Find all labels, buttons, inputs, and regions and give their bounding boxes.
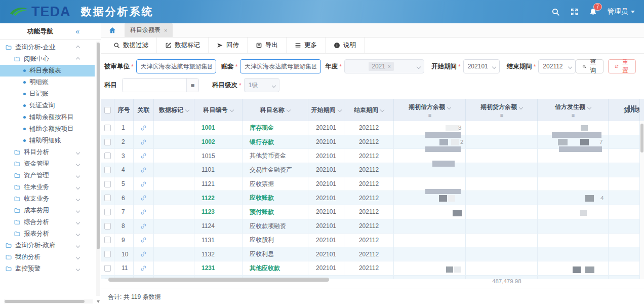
- toolbar-button-export[interactable]: 导出: [248, 37, 287, 53]
- column-header[interactable]: 借方发生额≡: [538, 99, 609, 121]
- subject-input[interactable]: ≡: [122, 78, 199, 92]
- cell-subject-code[interactable]: 1122: [194, 191, 243, 205]
- fullscreen-icon[interactable]: [570, 8, 579, 16]
- row-checkbox[interactable]: [104, 125, 111, 131]
- sidebar-item[interactable]: 监控预警: [0, 263, 95, 275]
- sort-chevron-icon[interactable]: [380, 108, 384, 112]
- row-checkbox[interactable]: [104, 152, 111, 159]
- cell-subject-code[interactable]: 1231: [194, 261, 243, 275]
- sidebar-item[interactable]: 报表分析: [0, 228, 95, 240]
- row-checkbox[interactable]: [104, 209, 111, 215]
- sort-chevron-icon[interactable]: [287, 108, 291, 112]
- sidebar-collapse-icon[interactable]: «: [75, 27, 79, 35]
- sidebar-item[interactable]: 阅账中心: [0, 53, 95, 65]
- account-book-input[interactable]: [240, 59, 321, 73]
- link-icon[interactable]: [140, 237, 147, 243]
- toolbar-button-menu[interactable]: 更多: [287, 37, 326, 53]
- subject-level-select[interactable]: 1级: [244, 78, 279, 92]
- search-button[interactable]: 查询: [576, 59, 603, 73]
- cell-subject-name[interactable]: 其他应收款: [243, 261, 308, 275]
- cell-subject-code[interactable]: 1123: [194, 205, 243, 219]
- column-header[interactable]: 科目编号: [194, 99, 243, 121]
- column-header[interactable]: 序号: [114, 99, 134, 121]
- sidebar-item[interactable]: 查询分析-企业: [0, 42, 95, 53]
- sidebar-item[interactable]: 辅助余额按项目: [0, 123, 95, 135]
- row-checkbox[interactable]: [104, 237, 111, 243]
- row-checkbox[interactable]: [104, 251, 111, 257]
- toolbar-button-edit[interactable]: 数据标记: [157, 37, 209, 53]
- column-header[interactable]: 科目名称: [243, 99, 308, 121]
- sort-chevron-icon[interactable]: [447, 105, 451, 109]
- reset-button[interactable]: 重置: [608, 59, 636, 73]
- link-icon[interactable]: [140, 125, 147, 131]
- column-header[interactable]: 数据标记: [154, 99, 194, 121]
- notification-bell-icon[interactable]: 7: [589, 8, 597, 16]
- column-header[interactable]: 结束期间: [344, 99, 394, 121]
- home-icon[interactable]: [108, 26, 116, 34]
- cell-subject-name[interactable]: 银行存款: [243, 135, 308, 149]
- row-checkbox[interactable]: [104, 223, 111, 230]
- tab-subject-balance[interactable]: 科目余额表 ×: [125, 23, 173, 37]
- column-header[interactable]: 开始期间: [308, 99, 344, 121]
- column-settings-icon[interactable]: [628, 105, 636, 112]
- tab-close-icon[interactable]: ×: [164, 27, 167, 33]
- sidebar-item[interactable]: 科目余额表: [0, 65, 95, 77]
- toolbar-button-info[interactable]: 说明: [326, 37, 365, 53]
- sidebar-item[interactable]: 综合分析: [0, 216, 95, 228]
- cell-subject-code[interactable]: 1002: [194, 135, 243, 149]
- link-icon[interactable]: [140, 181, 147, 187]
- column-header[interactable]: 期初借方余额≡: [394, 99, 466, 121]
- row-checkbox[interactable]: [104, 167, 111, 173]
- link-icon[interactable]: [140, 223, 147, 230]
- column-header[interactable]: 关联: [134, 99, 154, 121]
- column-filter-icon[interactable]: ≡: [428, 113, 431, 117]
- row-checkbox[interactable]: [104, 139, 111, 145]
- sidebar-horizontal-scrollbar[interactable]: [4, 299, 93, 303]
- link-icon[interactable]: [140, 209, 147, 215]
- sidebar-scroll-down-arrow[interactable]: [97, 300, 100, 303]
- column-filter-icon[interactable]: ≡: [572, 113, 574, 117]
- table-vertical-scrollbar[interactable]: [640, 124, 643, 152]
- link-icon[interactable]: [140, 265, 147, 272]
- start-period-select[interactable]: 202101: [463, 59, 500, 73]
- subject-picker-icon[interactable]: ≡: [186, 79, 198, 92]
- sidebar-item[interactable]: 成本费用: [0, 205, 95, 216]
- sidebar-item[interactable]: 科目分析: [0, 146, 95, 158]
- sidebar-item[interactable]: 往来业务: [0, 181, 95, 193]
- link-icon[interactable]: [140, 152, 147, 159]
- row-checkbox[interactable]: [104, 195, 111, 201]
- column-filter-icon[interactable]: ≡: [500, 113, 503, 117]
- toolbar-button-search[interactable]: 数据过滤: [105, 37, 157, 53]
- cell-subject-name[interactable]: 库存现金: [243, 121, 308, 135]
- column-header[interactable]: 贷方发生额: [609, 99, 640, 121]
- sidebar-item[interactable]: 资产管理: [0, 170, 95, 181]
- table-horizontal-scrollbar[interactable]: [108, 278, 329, 282]
- cell-subject-name[interactable]: 预付账款: [243, 205, 308, 219]
- sidebar-item[interactable]: 查询分析-政府: [0, 240, 95, 251]
- sidebar-item[interactable]: 我的分析: [0, 251, 95, 263]
- select-all-checkbox[interactable]: [104, 107, 111, 113]
- sidebar-item[interactable]: 凭证查询: [0, 100, 95, 111]
- sidebar-vertical-scrollbar[interactable]: [96, 42, 100, 296]
- user-menu[interactable]: 管理员: [608, 7, 635, 16]
- year-tag-close-icon[interactable]: ×: [388, 64, 391, 69]
- column-header[interactable]: 期初贷方余额≡: [466, 99, 538, 121]
- sidebar-item[interactable]: 辅助余额按科目: [0, 111, 95, 123]
- cell-subject-name[interactable]: 应收账款: [243, 191, 308, 205]
- search-icon[interactable]: [551, 8, 560, 16]
- link-icon[interactable]: [140, 251, 147, 257]
- sort-chevron-icon[interactable]: [337, 108, 341, 112]
- sort-chevron-icon[interactable]: [519, 105, 523, 109]
- sort-chevron-icon[interactable]: [229, 108, 233, 112]
- row-checkbox[interactable]: [104, 181, 111, 187]
- sidebar-item[interactable]: 收支业务: [0, 193, 95, 205]
- link-icon[interactable]: [140, 195, 147, 201]
- subject-input-field[interactable]: [123, 79, 186, 92]
- sidebar-item[interactable]: 辅助明细账: [0, 135, 95, 146]
- link-icon[interactable]: [140, 139, 147, 145]
- sidebar-item[interactable]: 资金管理: [0, 158, 95, 170]
- sort-chevron-icon[interactable]: [185, 108, 189, 112]
- sidebar-item[interactable]: 日记账: [0, 88, 95, 100]
- link-icon[interactable]: [140, 167, 147, 173]
- year-select[interactable]: 2021 ×: [344, 59, 424, 73]
